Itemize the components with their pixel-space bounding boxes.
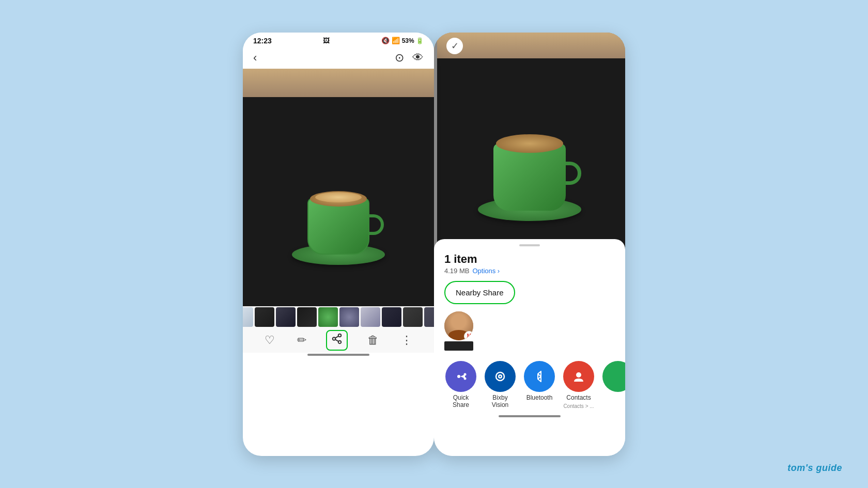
photo-area	[243, 69, 434, 306]
bottom-bar: ♡ ✏ 🗑 ⋮	[243, 306, 434, 353]
contacts-label: Contacts	[566, 394, 591, 401]
contacts-app[interactable]: Contacts Contacts > ...	[562, 361, 595, 409]
options-link[interactable]: Options ›	[472, 267, 500, 275]
app-icons-row: Quick Share Bixby Vision	[434, 357, 625, 409]
share-cup	[493, 144, 566, 211]
nearby-share-button[interactable]: Nearby Share	[444, 281, 515, 304]
thumbnail[interactable]	[255, 307, 274, 327]
thumbnail[interactable]	[339, 307, 359, 327]
contacts-icon	[563, 361, 594, 392]
share-button[interactable]	[326, 330, 348, 351]
bluetooth-app[interactable]: Bluetooth	[523, 361, 556, 409]
svg-point-10	[500, 375, 501, 377]
bixby-vision-app[interactable]: Bixby Vision	[484, 361, 517, 409]
contact-item: M	[444, 311, 473, 351]
svg-line-3	[335, 339, 338, 341]
status-icons: 🔇 📶 53% 🔋	[381, 37, 424, 44]
thumbnail[interactable]	[361, 307, 380, 327]
pencil-button[interactable]: ✏	[294, 330, 309, 350]
toolbar: ‹ ⊙ 👁	[243, 47, 434, 69]
thumbnail[interactable]	[403, 307, 423, 327]
toolbar-right-icons: ⊙ 👁	[395, 51, 424, 65]
sheet-info: 1 item 4.19 MB Options ›	[434, 253, 625, 281]
thumbnail-strip	[243, 306, 434, 328]
status-bar: 12:23 🖼 🔇 📶 53% 🔋	[243, 33, 434, 47]
contact-label-bar	[444, 341, 473, 351]
mute-icon: 🔇	[381, 37, 390, 44]
bixby-vision-icon	[485, 361, 516, 392]
contact-avatar: M	[444, 311, 473, 340]
bluetooth-icon	[524, 361, 555, 392]
action-bar: ♡ ✏ 🗑 ⋮	[243, 328, 434, 353]
share-photo-area: ✓	[434, 33, 625, 249]
share-sheet: 1 item 4.19 MB Options › Nearby Share	[434, 239, 625, 456]
item-size: 4.19 MB	[444, 267, 469, 275]
bluetooth-label: Bluetooth	[526, 394, 553, 401]
sheet-home-indicator	[499, 415, 561, 417]
back-button[interactable]: ‹	[253, 51, 257, 65]
item-count: 1 item	[444, 253, 615, 266]
bixby-vision-label: Bixby Vision	[484, 394, 517, 409]
right-phone-frame: ✓ 1 item 4.19 MB Options ›	[434, 33, 625, 456]
more-button[interactable]: ⋮	[398, 330, 415, 350]
thumbnail[interactable]	[297, 307, 317, 327]
cup	[307, 198, 369, 255]
quick-share-icon	[445, 361, 476, 392]
gmail-badge: M	[464, 331, 473, 340]
svg-line-4	[335, 336, 338, 338]
item-meta: 4.19 MB Options ›	[444, 267, 615, 275]
battery-label: 53% 🔋	[402, 37, 424, 44]
contacts-sublabel: Contacts > ...	[563, 403, 594, 409]
svg-point-5	[457, 375, 460, 378]
thumbnail[interactable]	[382, 307, 401, 327]
eye-icon[interactable]: 👁	[412, 51, 424, 65]
svg-point-11	[576, 372, 581, 377]
avatar-head	[452, 316, 466, 329]
delete-button[interactable]: 🗑	[364, 330, 382, 350]
sheet-handle	[519, 244, 540, 246]
coffee-top	[310, 191, 367, 207]
contact-row: M	[434, 311, 625, 357]
thumbnail[interactable]	[424, 307, 435, 327]
thumbnail[interactable]	[276, 307, 296, 327]
selected-checkmark: ✓	[446, 38, 463, 54]
toms-guide-watermark: tom's guide	[787, 463, 842, 474]
table-top	[243, 69, 434, 97]
svg-point-7	[464, 377, 467, 380]
right-phone: ✓ 1 item 4.19 MB Options ›	[434, 33, 625, 456]
edge-bar	[434, 33, 437, 249]
quick-share-label: Quick Share	[444, 394, 477, 409]
coffee-foam	[315, 192, 362, 202]
photo-icon: 🖼	[323, 37, 330, 44]
left-phone: 12:23 🖼 🔇 📶 53% 🔋 ‹ ⊙ 👁	[243, 33, 434, 456]
status-time: 12:23	[253, 37, 272, 45]
heart-button[interactable]: ♡	[261, 330, 278, 350]
svg-point-6	[464, 373, 467, 375]
home-indicator	[307, 354, 369, 356]
thumbnail[interactable]	[243, 307, 253, 327]
more-app[interactable]	[601, 361, 625, 409]
quick-share-app[interactable]: Quick Share	[444, 361, 477, 409]
signal-icon: 📶	[392, 37, 400, 44]
share-coffee-top	[496, 134, 563, 153]
edit-icon[interactable]: ⊙	[395, 51, 404, 65]
thumbnail[interactable]	[318, 307, 338, 327]
more-app-icon	[602, 361, 625, 392]
